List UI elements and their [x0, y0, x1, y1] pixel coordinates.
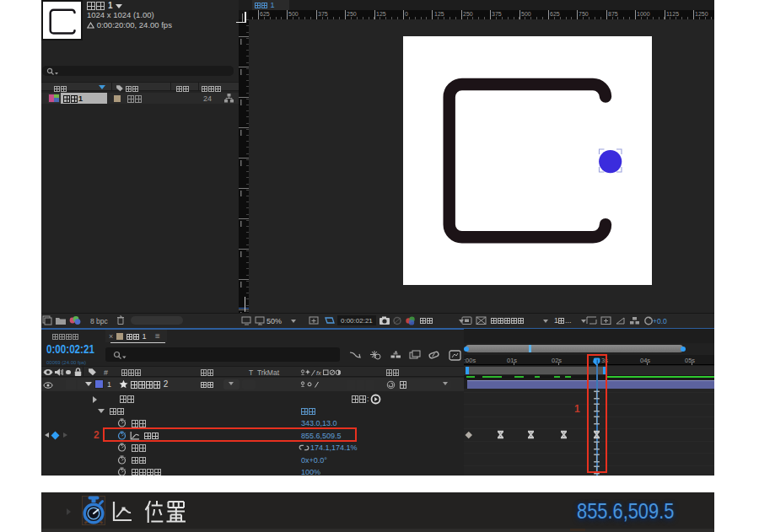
svg-text:fx: fx — [316, 369, 321, 377]
